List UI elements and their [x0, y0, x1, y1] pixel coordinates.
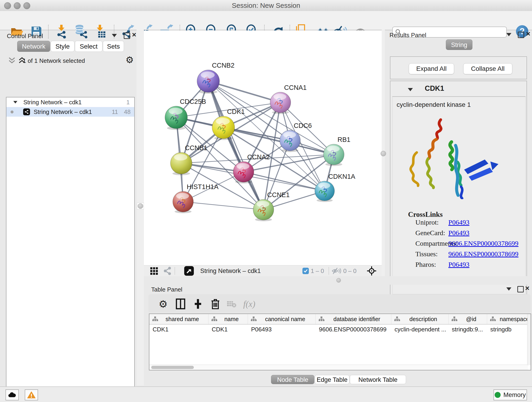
section-collapse-icon[interactable]	[408, 88, 413, 91]
add-column-icon[interactable]	[191, 298, 204, 310]
panel-float-icon[interactable]	[517, 286, 524, 293]
node-CCNE1[interactable]: CCNE1	[253, 191, 290, 221]
tab-style[interactable]: Style	[51, 41, 75, 52]
delete-column-trash-icon[interactable]	[209, 298, 222, 310]
table-cell[interactable]: stringdb:9...	[449, 326, 487, 333]
panel-menu-chevron-icon[interactable]	[506, 33, 511, 36]
crosslink-value-link[interactable]: P06493	[448, 229, 469, 237]
bottom-splitter[interactable]	[144, 276, 532, 285]
column-header-name[interactable]: name	[209, 314, 248, 324]
tab-string[interactable]: String	[446, 39, 472, 50]
table-row[interactable]: CDK1CDK1P064939606.ENSP00000378699cyclin…	[149, 325, 531, 334]
network-row[interactable]: String Network – cdk1 11 48	[6, 107, 134, 117]
birdseye-toggle-button[interactable]	[184, 266, 194, 276]
table-cell[interactable]: stringdb	[487, 326, 532, 333]
column-header-database-identifier[interactable]: database identifier	[316, 314, 391, 324]
table-cell[interactable]: 9606.ENSP00000378699	[316, 326, 391, 333]
table-panel-title: Table Panel	[151, 286, 182, 293]
crosslink-label: GeneCard:	[415, 229, 445, 237]
warnings-button[interactable]	[25, 389, 38, 400]
panel-close-icon[interactable]: ×	[132, 32, 136, 37]
tab-select[interactable]: Select	[75, 41, 102, 52]
horizontal-scrollbar[interactable]	[149, 365, 528, 370]
node-CCNB1[interactable]: CCNB1	[171, 144, 207, 175]
crosslink-value-link[interactable]: P06493	[448, 261, 469, 268]
crosslink-value-link[interactable]: 9606.ENSP00000378699	[448, 240, 519, 247]
panel-menu-chevron-icon[interactable]	[112, 34, 117, 37]
tab-sets[interactable]: Sets	[103, 41, 124, 52]
column-header-shared-name[interactable]: shared name	[149, 314, 209, 324]
network-options-gear-icon[interactable]: ⚙	[126, 55, 134, 65]
node-CDKN1A[interactable]: CDKN1A	[315, 173, 355, 202]
panel-float-icon[interactable]	[124, 32, 130, 39]
tab-node-table[interactable]: Node Table	[271, 375, 314, 384]
node-CCNA1[interactable]: CCNA1	[270, 84, 307, 114]
left-splitter[interactable]	[137, 30, 144, 385]
cloud-button[interactable]	[6, 389, 19, 400]
crosslink-value-link[interactable]: 9606.ENSP00000378699	[448, 250, 519, 258]
node-HIST1H1A[interactable]: HIST1H1A	[173, 183, 219, 213]
table-body: CDK1CDK1P064939606.ENSP00000378699cyclin…	[149, 325, 531, 334]
tab-network-table[interactable]: Network Table	[350, 375, 406, 384]
status-bar: Memory	[0, 386, 532, 402]
delete-table-icon-disabled	[225, 298, 238, 310]
share-view-icon[interactable]	[163, 266, 172, 275]
table-toolbar: ⚙ f(x)	[148, 294, 531, 313]
panel-menu-chevron-icon[interactable]	[506, 287, 511, 291]
panel-close-icon[interactable]: ×	[526, 31, 530, 36]
crosslink-value-link[interactable]: P06493	[448, 218, 469, 226]
tab-edge-table[interactable]: Edge Table	[315, 375, 349, 384]
column-header-canonical-name[interactable]: canonical name	[248, 314, 316, 324]
memory-label: Memory	[503, 391, 526, 399]
node-label-CCNA1: CCNA1	[284, 84, 307, 91]
splitter-handle[interactable]	[336, 278, 341, 283]
attribute-hierarchy-icon	[211, 316, 217, 322]
network-canvas[interactable]: CCNB2CCNA1CDC25BCDK1CDC6RB1CCNB1CCNA2CDK…	[144, 31, 382, 265]
show-columns-icon[interactable]	[174, 298, 187, 310]
table-cell[interactable]: P06493	[248, 326, 316, 333]
column-header-description[interactable]: description	[391, 314, 449, 324]
collapse-all-button[interactable]: Collapse All	[463, 63, 512, 74]
crosshair-icon[interactable]	[367, 266, 377, 276]
node-table: shared namenamecanonical namedatabase id…	[149, 313, 531, 370]
panel-close-icon[interactable]: ×	[525, 286, 530, 291]
memory-button[interactable]: Memory	[494, 389, 527, 400]
main-toolbar: ?	[0, 11, 532, 30]
node-CCNB2[interactable]: CCNB2	[197, 62, 234, 94]
grid-view-icon[interactable]	[150, 267, 158, 275]
hidden-eye-slash-icon	[332, 267, 341, 275]
node-CDK1[interactable]: CDK1	[212, 108, 245, 140]
tab-network[interactable]: Network	[17, 41, 50, 52]
panel-float-icon[interactable]	[518, 32, 524, 38]
window-titlebar: Session: New Session	[0, 0, 532, 11]
expand-collapse-box: Expand All Collapse All	[390, 56, 527, 79]
node-label-CDC6: CDC6	[294, 122, 312, 129]
selected-checkbox[interactable]	[302, 268, 309, 274]
column-header-@id[interactable]: @id	[449, 314, 487, 324]
memory-status-dot	[495, 392, 500, 398]
table-cell[interactable]: CDK1	[149, 326, 209, 333]
attribute-hierarchy-icon	[152, 316, 158, 322]
window-title: Session: New Session	[0, 2, 532, 9]
edge-CCNA2-CDKN1A[interactable]	[244, 172, 325, 191]
node-count: 11	[112, 108, 118, 115]
table-cell[interactable]: cyclin-dependent ...	[391, 326, 449, 333]
string-network-icon	[23, 108, 30, 115]
edge-count: 48	[124, 108, 131, 115]
cloud-icon	[8, 392, 17, 398]
table-cell[interactable]: CDK1	[209, 326, 248, 333]
right-splitter[interactable]	[382, 30, 385, 285]
tree-collapse-icon[interactable]	[13, 101, 17, 103]
node-label-RB1: RB1	[337, 136, 350, 143]
protein-structure-image	[402, 112, 502, 199]
edge-CDK1-RB1[interactable]	[223, 128, 334, 154]
vertical-scrollbar[interactable]	[527, 314, 531, 365]
network-collection-row[interactable]: String Network – cdk1 1	[6, 97, 134, 107]
node-RB1[interactable]: RB1	[323, 136, 350, 166]
expand-all-button[interactable]: Expand All	[409, 63, 454, 74]
scrollbar-thumb[interactable]	[151, 366, 194, 369]
network-label: String Network – cdk1	[34, 108, 92, 115]
table-settings-gear-icon[interactable]: ⚙	[157, 298, 170, 310]
column-header-namespace[interactable]: namespace	[487, 314, 532, 324]
splitter-handle[interactable]	[137, 203, 144, 210]
